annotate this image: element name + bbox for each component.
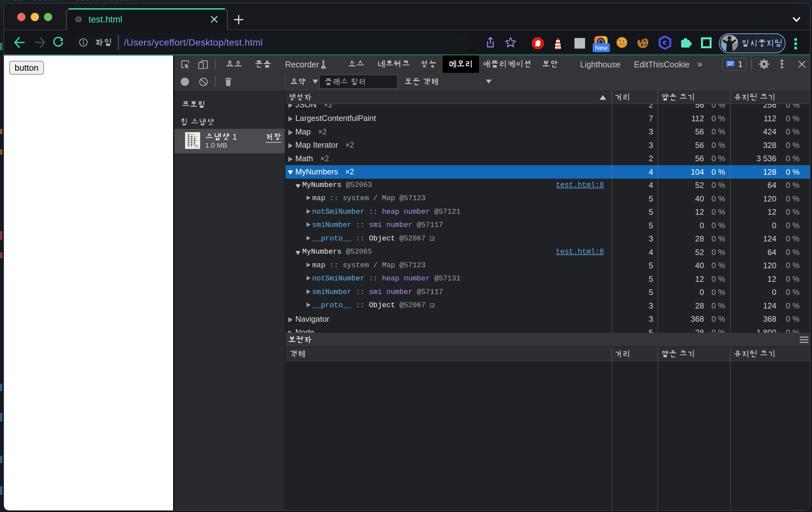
svg-text:%: % bbox=[194, 143, 198, 149]
